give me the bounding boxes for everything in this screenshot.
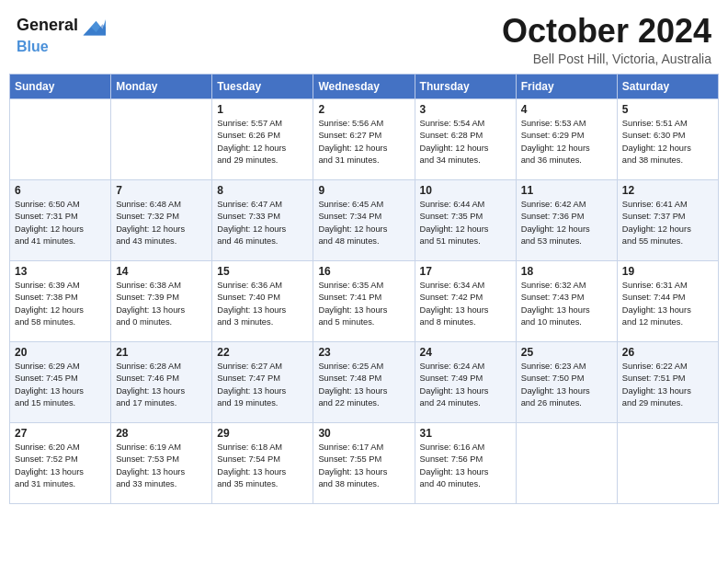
- calendar-cell: 18Sunrise: 6:32 AMSunset: 7:43 PMDayligh…: [516, 260, 617, 341]
- day-number: 12: [622, 184, 713, 197]
- day-info: Sunrise: 6:17 AMSunset: 7:55 PMDaylight:…: [318, 442, 409, 491]
- calendar-cell: 14Sunrise: 6:38 AMSunset: 7:39 PMDayligh…: [111, 260, 212, 341]
- calendar-cell: 4Sunrise: 5:53 AMSunset: 6:29 PMDaylight…: [516, 98, 617, 179]
- day-info: Sunrise: 6:35 AMSunset: 7:41 PMDaylight:…: [318, 280, 409, 329]
- calendar-cell: 13Sunrise: 6:39 AMSunset: 7:38 PMDayligh…: [10, 260, 111, 341]
- col-saturday: Saturday: [617, 74, 718, 98]
- calendar-cell: 25Sunrise: 6:23 AMSunset: 7:50 PMDayligh…: [516, 341, 617, 422]
- day-number: 6: [15, 184, 106, 197]
- day-number: 15: [217, 265, 308, 278]
- day-info: Sunrise: 5:54 AMSunset: 6:28 PMDaylight:…: [420, 118, 511, 167]
- day-info: Sunrise: 6:32 AMSunset: 7:43 PMDaylight:…: [521, 280, 612, 329]
- col-wednesday: Wednesday: [313, 74, 415, 98]
- day-number: 27: [15, 427, 106, 440]
- day-info: Sunrise: 6:28 AMSunset: 7:46 PMDaylight:…: [116, 361, 207, 410]
- day-number: 19: [622, 265, 713, 278]
- calendar-cell: 11Sunrise: 6:42 AMSunset: 7:36 PMDayligh…: [516, 179, 617, 260]
- calendar-cell: 22Sunrise: 6:27 AMSunset: 7:47 PMDayligh…: [212, 341, 313, 422]
- day-info: Sunrise: 5:53 AMSunset: 6:29 PMDaylight:…: [521, 118, 612, 167]
- day-number: 17: [420, 265, 511, 278]
- calendar-table: Sunday Monday Tuesday Wednesday Thursday…: [9, 74, 719, 504]
- calendar-cell: 7Sunrise: 6:48 AMSunset: 7:32 PMDaylight…: [111, 179, 212, 260]
- day-number: 21: [116, 346, 207, 359]
- calendar-week-4: 20Sunrise: 6:29 AMSunset: 7:45 PMDayligh…: [10, 341, 719, 422]
- calendar-cell: 28Sunrise: 6:19 AMSunset: 7:53 PMDayligh…: [111, 422, 212, 503]
- day-number: 14: [116, 265, 207, 278]
- day-info: Sunrise: 5:56 AMSunset: 6:27 PMDaylight:…: [318, 118, 409, 167]
- day-number: 25: [521, 346, 612, 359]
- day-info: Sunrise: 6:29 AMSunset: 7:45 PMDaylight:…: [15, 361, 106, 410]
- calendar-cell: 30Sunrise: 6:17 AMSunset: 7:55 PMDayligh…: [313, 422, 415, 503]
- day-number: 20: [15, 346, 106, 359]
- day-info: Sunrise: 6:42 AMSunset: 7:36 PMDaylight:…: [521, 199, 612, 248]
- calendar-week-5: 27Sunrise: 6:20 AMSunset: 7:52 PMDayligh…: [10, 422, 719, 503]
- day-number: 30: [318, 427, 409, 440]
- day-number: 5: [622, 103, 713, 116]
- calendar-cell: 19Sunrise: 6:31 AMSunset: 7:44 PMDayligh…: [617, 260, 718, 341]
- header-row: Sunday Monday Tuesday Wednesday Thursday…: [10, 74, 719, 98]
- calendar-cell: 31Sunrise: 6:16 AMSunset: 7:56 PMDayligh…: [415, 422, 516, 503]
- day-number: 24: [420, 346, 511, 359]
- calendar-cell: 12Sunrise: 6:41 AMSunset: 7:37 PMDayligh…: [617, 179, 718, 260]
- day-info: Sunrise: 6:50 AMSunset: 7:31 PMDaylight:…: [15, 199, 106, 248]
- calendar-cell: 23Sunrise: 6:25 AMSunset: 7:48 PMDayligh…: [313, 341, 415, 422]
- col-thursday: Thursday: [415, 74, 516, 98]
- calendar-cell: 8Sunrise: 6:47 AMSunset: 7:33 PMDaylight…: [212, 179, 313, 260]
- day-info: Sunrise: 6:25 AMSunset: 7:48 PMDaylight:…: [318, 361, 409, 410]
- day-info: Sunrise: 6:19 AMSunset: 7:53 PMDaylight:…: [116, 442, 207, 491]
- calendar-cell: 17Sunrise: 6:34 AMSunset: 7:42 PMDayligh…: [415, 260, 516, 341]
- calendar-cell: 5Sunrise: 5:51 AMSunset: 6:30 PMDaylight…: [617, 98, 718, 179]
- day-info: Sunrise: 6:39 AMSunset: 7:38 PMDaylight:…: [15, 280, 106, 329]
- day-info: Sunrise: 6:38 AMSunset: 7:39 PMDaylight:…: [116, 280, 207, 329]
- calendar-cell: [617, 422, 718, 503]
- day-number: 22: [217, 346, 308, 359]
- day-number: 26: [622, 346, 713, 359]
- calendar-cell: [10, 98, 111, 179]
- day-number: 10: [420, 184, 511, 197]
- calendar-cell: 6Sunrise: 6:50 AMSunset: 7:31 PMDaylight…: [10, 179, 111, 260]
- day-number: 3: [420, 103, 511, 116]
- day-number: 9: [318, 184, 409, 197]
- day-info: Sunrise: 6:20 AMSunset: 7:52 PMDaylight:…: [15, 442, 106, 491]
- title-block: October 2024 Bell Post Hill, Victoria, A…: [502, 13, 711, 66]
- calendar-cell: 15Sunrise: 6:36 AMSunset: 7:40 PMDayligh…: [212, 260, 313, 341]
- day-info: Sunrise: 5:57 AMSunset: 6:26 PMDaylight:…: [217, 118, 308, 167]
- page: General Blue October 2024 Bell Post Hill…: [0, 0, 728, 563]
- calendar-week-3: 13Sunrise: 6:39 AMSunset: 7:38 PMDayligh…: [10, 260, 719, 341]
- day-info: Sunrise: 5:51 AMSunset: 6:30 PMDaylight:…: [622, 118, 713, 167]
- day-number: 31: [420, 427, 511, 440]
- day-info: Sunrise: 6:31 AMSunset: 7:44 PMDaylight:…: [622, 280, 713, 329]
- day-info: Sunrise: 6:27 AMSunset: 7:47 PMDaylight:…: [217, 361, 308, 410]
- calendar-cell: 29Sunrise: 6:18 AMSunset: 7:54 PMDayligh…: [212, 422, 313, 503]
- day-number: 18: [521, 265, 612, 278]
- calendar-cell: 9Sunrise: 6:45 AMSunset: 7:34 PMDaylight…: [313, 179, 415, 260]
- day-info: Sunrise: 6:23 AMSunset: 7:50 PMDaylight:…: [521, 361, 612, 410]
- calendar-cell: 16Sunrise: 6:35 AMSunset: 7:41 PMDayligh…: [313, 260, 415, 341]
- day-info: Sunrise: 6:34 AMSunset: 7:42 PMDaylight:…: [420, 280, 511, 329]
- calendar-cell: 2Sunrise: 5:56 AMSunset: 6:27 PMDaylight…: [313, 98, 415, 179]
- day-info: Sunrise: 6:24 AMSunset: 7:49 PMDaylight:…: [420, 361, 511, 410]
- day-number: 13: [15, 265, 106, 278]
- day-info: Sunrise: 6:41 AMSunset: 7:37 PMDaylight:…: [622, 199, 713, 248]
- day-number: 11: [521, 184, 612, 197]
- logo-subtext: Blue: [17, 39, 49, 54]
- logo-icon: [80, 13, 106, 39]
- day-info: Sunrise: 6:36 AMSunset: 7:40 PMDaylight:…: [217, 280, 308, 329]
- day-number: 28: [116, 427, 207, 440]
- day-info: Sunrise: 6:22 AMSunset: 7:51 PMDaylight:…: [622, 361, 713, 410]
- day-info: Sunrise: 6:44 AMSunset: 7:35 PMDaylight:…: [420, 199, 511, 248]
- calendar-week-1: 1Sunrise: 5:57 AMSunset: 6:26 PMDaylight…: [10, 98, 719, 179]
- logo-text: General: [17, 17, 78, 35]
- header: General Blue October 2024 Bell Post Hill…: [0, 0, 728, 74]
- col-monday: Monday: [111, 74, 212, 98]
- day-number: 1: [217, 103, 308, 116]
- calendar-wrap: Sunday Monday Tuesday Wednesday Thursday…: [0, 74, 728, 513]
- col-friday: Friday: [516, 74, 617, 98]
- logo: General Blue: [17, 13, 106, 55]
- calendar-cell: 3Sunrise: 5:54 AMSunset: 6:28 PMDaylight…: [415, 98, 516, 179]
- calendar-body: 1Sunrise: 5:57 AMSunset: 6:26 PMDaylight…: [10, 98, 719, 503]
- day-number: 16: [318, 265, 409, 278]
- day-info: Sunrise: 6:45 AMSunset: 7:34 PMDaylight:…: [318, 199, 409, 248]
- calendar-cell: [516, 422, 617, 503]
- calendar-cell: 20Sunrise: 6:29 AMSunset: 7:45 PMDayligh…: [10, 341, 111, 422]
